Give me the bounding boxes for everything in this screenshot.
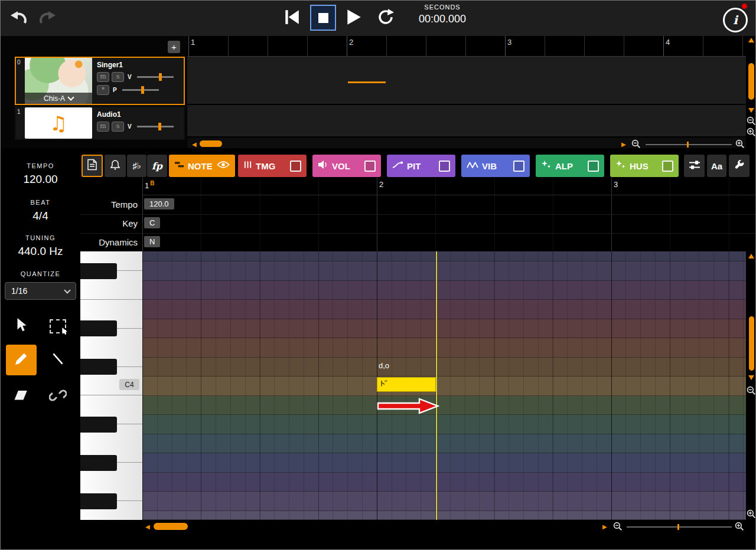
tab-alp[interactable]: ALP [536,155,604,177]
arrange-ruler[interactable]: 1 2 3 4 [187,36,746,57]
piano-roll-vscroll-handle[interactable] [749,316,754,371]
pitch-row[interactable] [142,300,746,319]
zoom-out-button[interactable] [631,139,641,151]
scroll-left-arrow[interactable]: ◀ [192,141,197,148]
tab-vib[interactable]: VIB [461,155,530,177]
pitch-row[interactable] [142,473,746,492]
zoom-out-button[interactable] [613,522,623,533]
piano-key-black[interactable] [80,263,117,279]
bell-tool-button[interactable] [105,155,126,177]
skip-to-start-button[interactable] [283,8,301,28]
zoom-out-button[interactable] [747,386,756,398]
editor-zoom-slider[interactable] [627,526,732,528]
text-style-button[interactable]: Aa [707,155,726,177]
vol-checkbox[interactable] [364,161,376,172]
track-row-singer[interactable]: 0 Chis-A Singer1 m s V * P [15,57,185,105]
play-button[interactable] [346,8,362,28]
dynamics-button[interactable]: fp [147,155,167,177]
scroll-right-arrow[interactable]: ▶ [602,523,607,531]
arrange-lane-audio[interactable] [187,105,746,138]
arrange-clip[interactable] [348,81,386,83]
pan-slider-handle[interactable] [141,86,144,94]
arrange-zoom-slider[interactable] [646,144,732,145]
marquee-select-tool-button[interactable] [43,311,73,342]
undo-button[interactable] [9,9,28,29]
note-block[interactable]: ド [377,377,436,392]
mute-button[interactable]: m [97,72,109,82]
solo-button[interactable]: s [112,122,124,132]
dynamics-row-value[interactable]: N [144,236,160,247]
audio-thumbnail[interactable]: ♫ [25,107,92,139]
stop-button[interactable] [310,5,336,31]
pitch-row[interactable] [142,396,746,415]
piano-key-black[interactable] [80,320,117,336]
track-row-audio[interactable]: 1 ♫ Audio1 m s V [15,106,185,140]
zoom-in-button[interactable] [735,522,744,533]
volume-slider[interactable] [137,126,174,127]
tab-pit[interactable]: PIT [387,155,455,177]
arrange-lane-singer[interactable] [187,57,746,105]
unlink-tool-button[interactable] [43,381,73,412]
pencil-tool-button[interactable] [6,345,37,375]
arrange-zoom-slider-handle[interactable] [687,142,689,148]
zoom-in-button[interactable] [747,127,756,139]
scroll-down-arrow[interactable] [748,108,754,113]
line-tool-button[interactable] [43,345,73,375]
pitch-row[interactable] [142,261,746,281]
tempo-row-value[interactable]: 120.0 [144,198,174,209]
scroll-left-arrow[interactable]: ◀ [145,523,150,531]
note-grid[interactable]: d,o ド [142,251,746,520]
pitch-row[interactable] [142,251,746,261]
tab-note[interactable]: NOTE [169,155,235,177]
tmg-checkbox[interactable] [290,161,301,172]
tab-tmg[interactable]: TMG [238,155,307,177]
arrange-lanes[interactable] [187,57,746,138]
pitch-row[interactable] [142,281,746,300]
volume-slider-handle[interactable] [158,123,161,130]
hus-checkbox[interactable] [662,161,673,172]
cursor-tool-button[interactable] [6,311,37,342]
key-row-value[interactable]: C [144,217,160,228]
tab-hus[interactable]: HUS [610,155,679,177]
volume-slider[interactable] [137,76,174,78]
pitch-row[interactable] [142,415,746,434]
editor-ruler[interactable]: 1B 2 3 [142,178,756,195]
voice-select[interactable]: Chis-A [25,93,92,104]
volume-slider-handle[interactable] [159,73,162,81]
arrange-area[interactable]: 1 2 3 4 ◀ ▶ [187,36,746,148]
scroll-right-arrow[interactable]: ▶ [621,141,626,148]
alp-checkbox[interactable] [588,161,599,172]
piano-key-black[interactable] [80,493,117,509]
pitch-row[interactable] [142,358,746,377]
pit-checkbox[interactable] [439,161,450,172]
arrange-hscroll-handle[interactable] [200,140,222,147]
piano-key-black[interactable] [80,455,117,471]
sharp-flat-button[interactable]: ♯♭ [127,155,146,177]
vib-checkbox[interactable] [513,161,524,172]
visibility-eye-icon[interactable] [217,161,230,171]
pan-slider[interactable] [122,89,159,91]
pitch-row[interactable] [142,319,746,339]
pitch-row[interactable] [142,453,746,473]
redo-button[interactable] [38,9,57,29]
quantize-select[interactable]: 1/16 [5,282,76,300]
arrange-vscroll-handle[interactable] [748,63,754,100]
zoom-out-button[interactable] [747,116,756,128]
scroll-down-arrow[interactable] [748,375,754,380]
pitch-row[interactable] [142,338,746,358]
singer-avatar[interactable]: Chis-A [25,58,92,104]
solo-button[interactable]: s [112,72,124,82]
add-track-button[interactable]: + [168,41,180,53]
info-button[interactable]: i [723,8,748,32]
pitch-row[interactable] [142,434,746,454]
zoom-in-button[interactable] [747,509,756,521]
loop-button[interactable] [376,8,395,28]
lyric-tool-button[interactable] [82,155,103,177]
settings-wrench-button[interactable] [729,155,750,177]
eraser-tool-button[interactable] [6,381,37,412]
editor-hscroll-handle[interactable] [154,523,188,530]
pitch-row[interactable] [142,377,746,396]
zoom-in-button[interactable] [735,139,745,151]
pitch-row[interactable] [142,492,746,511]
mute-button[interactable]: m [97,122,109,132]
